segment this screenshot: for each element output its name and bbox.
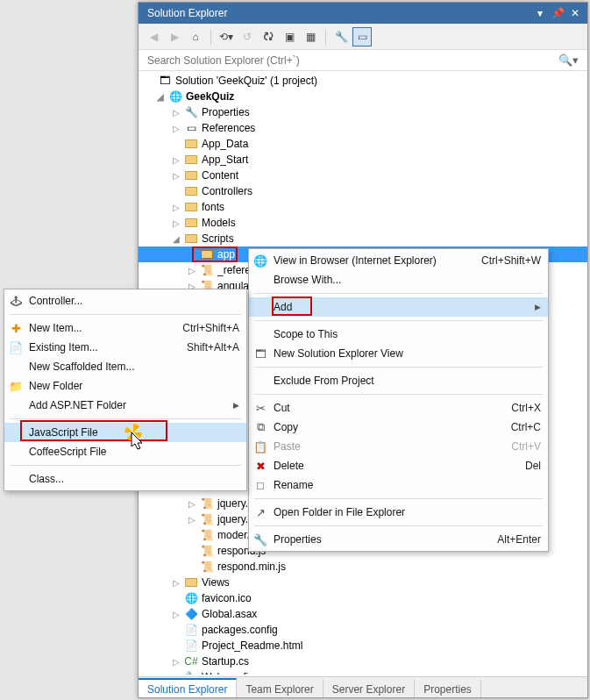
tree-item[interactable]: 🌐favicon.ico (139, 590, 587, 606)
refresh-button[interactable]: 🗘 (259, 27, 278, 46)
tree-item[interactable]: ▷Content (139, 168, 587, 183)
tree-item[interactable]: 📄packages.config (139, 622, 587, 638)
ctx-controller[interactable]: 🕹Controller... (4, 291, 246, 311)
ctx-delete[interactable]: ✖DeleteDel (249, 456, 548, 475)
collapse-button[interactable]: ▣ (280, 27, 299, 46)
ctx-coffeescript-file[interactable]: CoffeeScript File (4, 442, 246, 461)
tab-server-explorer[interactable]: Server Explorer (323, 680, 415, 697)
tree-item[interactable]: 📄Project_Readme.html (139, 638, 587, 654)
tab-team-explorer[interactable]: Team Explorer (237, 680, 323, 697)
open-folder-icon: ↗ (251, 506, 270, 519)
tree-item[interactable]: Controllers (139, 183, 587, 199)
close-icon[interactable]: ✕ (566, 4, 584, 22)
rename-icon: □ (251, 479, 270, 492)
folder-icon: 📁 (6, 380, 25, 393)
search-input[interactable] (144, 53, 555, 68)
ctx-scaffolded[interactable]: New Scaffolded Item... (4, 357, 246, 376)
panel-title-bar: Solution Explorer ▾ 📌 ✕ (139, 3, 587, 24)
ctx-exclude[interactable]: Exclude From Project (249, 371, 548, 390)
properties-button[interactable]: 🔧 (331, 27, 351, 46)
ctx-view-browser[interactable]: 🌐 View in Browser (Internet Explorer) Ct… (249, 251, 548, 270)
ctx-rename[interactable]: □Rename (249, 475, 548, 495)
ctx-cut[interactable]: ✂CutCtrl+X (249, 398, 548, 418)
ctx-aspnet-folder[interactable]: Add ASP.NET Folder▶ (4, 396, 246, 415)
tree-item[interactable]: App_Data (139, 136, 587, 152)
bottom-tab-strip: Solution Explorer Team Explorer Server E… (139, 676, 587, 697)
nav-back-button[interactable]: ◀ (144, 27, 163, 46)
tree-item[interactable]: ▷▭References (139, 120, 587, 136)
tree-item[interactable]: ▷Models (139, 215, 587, 231)
browser-icon: 🌐 (251, 254, 270, 268)
showall-button[interactable]: ▦ (301, 27, 320, 46)
cut-icon: ✂ (251, 402, 270, 415)
tree-item-scripts[interactable]: ◢Scripts (139, 231, 587, 246)
project-node[interactable]: ◢🌐GeekQuiz (139, 89, 587, 104)
context-menu-solution: 🌐 View in Browser (Internet Explorer) Ct… (248, 248, 549, 552)
delete-icon: ✖ (251, 460, 270, 473)
ctx-browse-with[interactable]: Browse With... (249, 270, 548, 289)
ctx-add[interactable]: Add▶ (249, 297, 548, 317)
tree-item[interactable]: ▷fonts (139, 199, 587, 215)
wrench-icon: 🔧 (251, 533, 270, 546)
ctx-new-folder[interactable]: 📁New Folder (4, 376, 246, 396)
tab-properties[interactable]: Properties (415, 680, 481, 697)
ctx-javascript-file[interactable]: JavaScript File (4, 423, 246, 442)
ctx-open-folder[interactable]: ↗Open Folder in File Explorer (249, 503, 548, 522)
solution-node[interactable]: 🗔Solution 'GeekQuiz' (1 project) (139, 73, 587, 89)
search-icon[interactable]: 🔍▾ (555, 54, 582, 67)
ctx-copy[interactable]: ⧉CopyCtrl+C (249, 418, 548, 437)
existing-item-icon: 📄 (6, 341, 25, 354)
tree-item[interactable]: ▷Views (139, 575, 587, 590)
ctx-class[interactable]: Class... (4, 469, 246, 489)
tree-item[interactable]: ▷App_Start (139, 152, 587, 168)
paste-icon: 📋 (251, 440, 270, 454)
new-view-icon: 🗔 (251, 347, 270, 361)
tab-solution-explorer[interactable]: Solution Explorer (139, 678, 237, 697)
context-menu-add: 🕹Controller... ✚New Item...Ctrl+Shift+A … (4, 289, 247, 491)
preview-button[interactable]: ▭ (352, 27, 372, 46)
nav-forward-button[interactable]: ▶ (165, 27, 184, 46)
ctx-new-view[interactable]: 🗔New Solution Explorer View (249, 344, 548, 363)
tree-item[interactable]: ▷🔧Properties (139, 104, 587, 120)
toolbar: ◀ ▶ ⌂ ⟲▾ ↺ 🗘 ▣ ▦ 🔧 ▭ (139, 24, 587, 50)
tree-item[interactable]: ▷🔧Web.config (139, 669, 587, 675)
sync-button[interactable]: ⟲▾ (217, 27, 236, 46)
tree-item[interactable]: 📜respond.min.js (139, 559, 587, 575)
ctx-new-item[interactable]: ✚New Item...Ctrl+Shift+A (4, 318, 246, 338)
ctx-scope[interactable]: Scope to This (249, 325, 548, 344)
panel-title: Solution Explorer (142, 7, 531, 19)
tree-item[interactable]: ▷C#Startup.cs (139, 654, 587, 669)
new-item-icon: ✚ (6, 322, 25, 335)
home-button[interactable]: ⌂ (186, 27, 205, 46)
ctx-properties[interactable]: 🔧PropertiesAlt+Enter (249, 530, 548, 549)
copy-icon: ⧉ (251, 420, 270, 434)
pin-icon[interactable]: 📌 (549, 4, 566, 22)
tree-item[interactable]: ▷🔷Global.asax (139, 606, 587, 622)
ctx-paste: 📋PasteCtrl+V (249, 437, 548, 456)
controller-icon: 🕹 (6, 295, 25, 308)
dropdown-icon[interactable]: ▾ (531, 4, 549, 22)
search-box: 🔍▾ (139, 50, 587, 71)
ctx-existing-item[interactable]: 📄Existing Item...Shift+Alt+A (4, 338, 246, 357)
pending-button[interactable]: ↺ (238, 27, 257, 46)
